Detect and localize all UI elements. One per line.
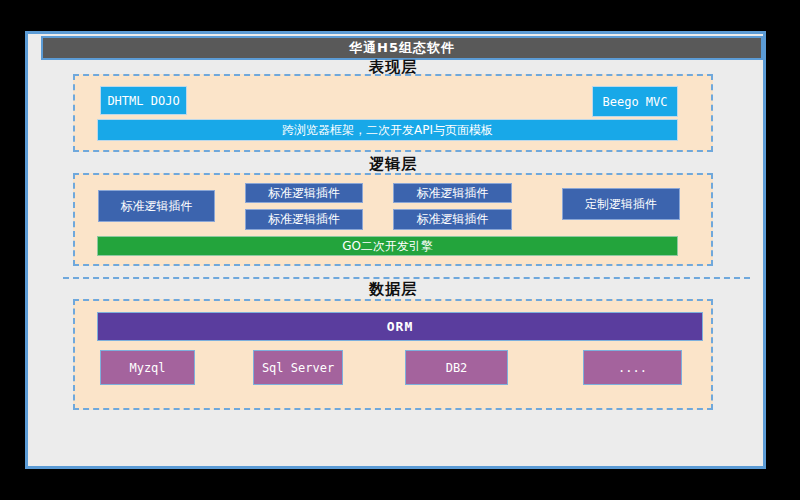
standard-logic-plugin-box: 标准逻辑插件 [245,183,363,203]
data-layer-heading: 数据层 [73,280,713,299]
db-box-sqlserver: Sql Server [253,350,343,385]
beego-mvc-box: Beego MVC [592,86,678,117]
diagram-title-bar: 华通H5组态软件 [41,36,763,60]
diagram-title: 华通H5组态软件 [349,39,455,57]
standard-logic-plugin-box: 标准逻辑插件 [393,183,512,203]
standard-logic-plugin-box: 标准逻辑插件 [393,209,512,230]
dhtml-dojo-box: DHTML DOJO [100,86,187,115]
go-engine-bar: GO二次开发引擎 [97,236,678,256]
cross-browser-framework-bar: 跨浏览器框架，二次开发API与页面模板 [97,119,678,141]
diagram-canvas: 华通H5组态软件 表现层 DHTML DOJO Beego MVC 跨浏览器框架… [25,31,766,469]
diagram-page: { "title": "华通H5组态软件", "layers": { "pres… [0,0,800,500]
logic-layer-container: 标准逻辑插件 标准逻辑插件 标准逻辑插件 标准逻辑插件 标准逻辑插件 定制逻辑插… [73,173,713,266]
presentation-layer-container: DHTML DOJO Beego MVC 跨浏览器框架，二次开发API与页面模板 [73,74,713,152]
logic-layer-heading: 逻辑层 [73,155,713,174]
data-layer-container: ORM Myzql Sql Server DB2 .... [73,299,713,410]
db-box-db2: DB2 [405,350,508,385]
orm-bar: ORM [97,312,703,341]
custom-logic-plugin-box: 定制逻辑插件 [562,188,680,220]
standard-logic-plugin-box: 标准逻辑插件 [245,209,363,230]
standard-logic-plugin-box: 标准逻辑插件 [98,190,215,222]
db-box-mysql: Myzql [100,350,195,385]
section-divider-line [63,277,750,279]
db-box-other: .... [583,350,682,385]
